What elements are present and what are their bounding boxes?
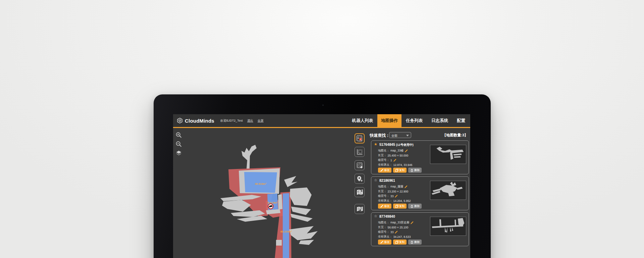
favorite-star-icon[interactable]: ☆ — [374, 178, 377, 182]
copy-icon — [395, 169, 398, 172]
copy-map-button[interactable]: 复制 — [393, 240, 407, 245]
copy-icon — [395, 205, 398, 208]
map-list-panel: 快速查找： 全部 【地图数量:3】 ★ 51764845(12号使用中) 地图名… — [370, 129, 470, 258]
edit-pencil-icon — [380, 241, 383, 244]
app-window: CloudMinds 欢迎BJDT2_Test 退出 全屏 机器人列表 地图操作… — [173, 114, 470, 258]
map-id: 51764845 — [379, 142, 395, 146]
field-size: 长宽：23.200 × 22.900 — [378, 189, 408, 194]
field-origin: 坐标原点：12.874, 33.946 — [378, 163, 412, 167]
card-buttons: 修改 复制 删除 — [378, 168, 422, 173]
brand: CloudMinds — [177, 118, 214, 124]
nav-robot-list[interactable]: 机器人列表 — [348, 114, 378, 128]
map-in-use-note: (12号使用中) — [396, 143, 414, 146]
nav-task-list[interactable]: 任务列表 — [401, 114, 427, 128]
field-label: 长宽： — [378, 154, 387, 158]
quick-search-label: 快速查找： — [370, 133, 390, 138]
trash-icon — [410, 169, 414, 172]
field-label: 地图名： — [378, 149, 389, 153]
cloudminds-logo-icon — [177, 118, 183, 124]
map-card[interactable]: ☆ 87749840 地图名：map_33层走廊 长宽：56.600 × 25.… — [371, 212, 469, 246]
map-id: 87749840 — [379, 214, 395, 218]
zone-area-label: 40.519m² — [255, 182, 267, 185]
edit-pencil-icon[interactable] — [394, 230, 398, 234]
edit-pencil-icon[interactable] — [394, 195, 398, 198]
tool-add-forbidden-zone[interactable] — [355, 160, 365, 170]
delete-label: 删除 — [414, 240, 420, 244]
field-label: 坐标原点： — [378, 235, 392, 239]
map-thumbnail — [430, 217, 466, 236]
field-value: 25.400 × 50.000 — [388, 154, 409, 157]
map-tool-column — [355, 133, 365, 214]
favorite-star-icon[interactable]: ★ — [374, 142, 377, 146]
robot-marker-icon[interactable] — [268, 204, 273, 209]
trash-icon — [410, 205, 414, 208]
edit-map-button[interactable]: 修改 — [378, 204, 391, 209]
edit-label: 修改 — [384, 240, 389, 244]
webcam-dot — [322, 104, 324, 106]
map-card-title: 82186961 — [379, 178, 395, 182]
map-count-badge: 【地图数量:3】 — [442, 133, 468, 138]
nav-config[interactable]: 配置 — [452, 114, 470, 128]
card-buttons: 修改 复制 删除 — [378, 240, 422, 245]
edit-label: 修改 — [384, 204, 389, 208]
copy-label: 复制 — [399, 240, 405, 244]
top-nav-bar: CloudMinds 欢迎BJDT2_Test 退出 全屏 机器人列表 地图操作… — [173, 114, 470, 128]
field-value: 23.200 × 22.900 — [388, 190, 409, 193]
quick-search-row: 快速查找： 全部 【地图数量:3】 — [370, 132, 470, 139]
delete-map-button[interactable]: 删除 — [408, 204, 422, 209]
copy-label: 复制 — [399, 168, 405, 172]
tool-add-point[interactable] — [355, 174, 365, 184]
map-id: 82186961 — [379, 178, 395, 182]
delete-map-button[interactable]: 删除 — [408, 240, 422, 245]
edit-map-button[interactable]: 修改 — [378, 240, 391, 245]
copy-map-button[interactable]: 复制 — [393, 168, 407, 173]
map-card-title: 87749840 — [379, 214, 395, 218]
fullscreen-link[interactable]: 全屏 — [258, 119, 264, 123]
app-body: 40.519m² 8.614m² 80.215m² — [173, 129, 470, 258]
main-nav: 机器人列表 地图操作 任务列表 日志系统 配置 — [348, 114, 470, 128]
field-value: map_腿腿 — [390, 185, 403, 189]
map-thumbnail — [430, 145, 466, 164]
field-value: 33 — [390, 230, 393, 234]
edit-pencil-icon[interactable] — [393, 159, 396, 162]
edit-pencil-icon — [380, 205, 383, 208]
zoom-in-icon[interactable] — [175, 132, 182, 138]
map-filter-select[interactable]: 全部 — [389, 132, 411, 138]
field-label: 楼层号： — [378, 230, 389, 234]
delete-label: 删除 — [414, 168, 420, 172]
logout-link[interactable]: 退出 — [247, 119, 253, 123]
favorite-star-icon[interactable]: ☆ — [374, 214, 377, 218]
map-canvas[interactable]: 40.519m² 8.614m² 80.215m² — [173, 129, 356, 258]
edit-pencil-icon[interactable] — [405, 149, 408, 153]
copy-map-button[interactable]: 复制 — [393, 204, 407, 209]
map-card-title: 51764845(12号使用中) — [379, 142, 414, 147]
nav-log-system[interactable]: 日志系统 — [427, 114, 452, 128]
map-card[interactable]: ☆ 82186961 地图名：map_腿腿 长宽：23.200 × 22.900… — [371, 176, 469, 210]
tool-task-point-checklist[interactable] — [355, 133, 365, 143]
field-floor: 楼层号：33 — [378, 230, 398, 234]
field-map-name: 地图名：map_腿腿 — [378, 185, 408, 189]
chevron-down-icon — [406, 135, 409, 136]
field-label: 楼层号： — [378, 158, 389, 162]
nav-map-operations[interactable]: 地图操作 — [377, 114, 401, 128]
tool-map-marker[interactable] — [355, 187, 365, 197]
lidar-point-cloud — [241, 145, 257, 169]
tool-measure-area[interactable] — [355, 147, 365, 157]
edit-map-button[interactable]: 修改 — [378, 168, 391, 173]
edit-pencil-icon[interactable] — [410, 221, 414, 224]
field-label: 地图名： — [378, 185, 389, 189]
field-floor: 楼层号：1 — [378, 158, 396, 162]
field-floor: 楼层号：33 — [378, 194, 398, 198]
zone-area-label: 80.215m² — [280, 230, 292, 233]
field-origin: 坐标原点：34.247, 8.533 — [378, 235, 411, 239]
delete-map-button[interactable]: 删除 — [408, 168, 422, 173]
layers-icon[interactable] — [175, 150, 182, 157]
map-card[interactable]: ★ 51764845(12号使用中) 地图名：map_33楼 长宽：25.400… — [371, 140, 469, 174]
field-value: 14.204, 5.952 — [393, 199, 411, 203]
delete-label: 删除 — [414, 204, 420, 208]
field-map-name: 地图名：map_33楼 — [378, 149, 408, 153]
edit-pencil-icon[interactable] — [404, 185, 408, 188]
tool-upload-map[interactable] — [355, 204, 365, 214]
zoom-out-icon[interactable] — [175, 141, 182, 147]
field-map-name: 地图名：map_33层走廊 — [378, 221, 414, 225]
